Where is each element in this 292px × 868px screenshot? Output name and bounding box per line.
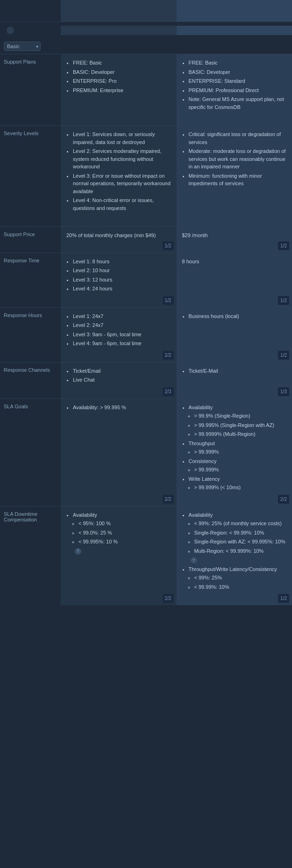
row-label: Support Price: [0, 227, 61, 253]
score-badge: 1/3: [278, 387, 289, 396]
list-item: > 99.999%: [194, 448, 287, 456]
list-item: Availability> 99.9% (Single-Region)> 99.…: [189, 404, 287, 438]
row-cell-mongo: Level 1: 8 hoursLevel 2: 10 hourLevel 3:…: [61, 253, 177, 307]
cell-list: FREE: BasicBASIC: DeveloperENTERPRISE: P…: [66, 59, 171, 94]
list-item: Throughput/Write Latency/Consistency< 99…: [189, 565, 287, 591]
cell-list: FREE: BasicBASIC: DeveloperENTERPRISE: S…: [182, 59, 287, 111]
list-item: Business hours (local): [189, 312, 287, 320]
section-header-left: [0, 22, 61, 39]
list-item: PREMIUM: Enterprise: [73, 87, 171, 94]
section-score-cosmos: [177, 26, 292, 35]
section-header: [0, 22, 292, 39]
help-icon[interactable]: ?: [191, 557, 197, 564]
row-cell-mongo: Availability< 95%: 100 %< 99.0%: 25 %< 9…: [61, 506, 177, 606]
list-item: Level 2: 10 hour: [73, 267, 171, 275]
header-row: [0, 0, 292, 22]
list-item: BASIC: Developer: [189, 68, 287, 76]
cell-text-content: 20% of total monthly charges (min $49): [66, 231, 171, 239]
nested-sub-list: < 95%: 100 %< 99.0%: 25 %< 99.995%: 10 %: [73, 520, 171, 546]
cell-list: Level 1: 24x7Level 2: 24x7Level 3: 9am -…: [66, 312, 171, 347]
header-col-mongo: [61, 0, 177, 22]
list-item: Note: General MS Azure support plan, not…: [189, 95, 287, 111]
list-item: > 99.999% (< 10ms): [194, 484, 287, 492]
score-badge: 2/2: [163, 495, 174, 504]
list-item: Level 3: 12 hours: [73, 276, 171, 284]
list-item: Level 2: Services moderatley impaired, s…: [73, 147, 171, 171]
nested-sub-list: > 99.999%: [189, 448, 287, 456]
row-label: Response Channels: [0, 362, 61, 398]
nested-sub-list: < 99%: 25% (of monthly service costs)Sin…: [189, 520, 287, 555]
nested-sub-list: > 99.999% (< 10ms): [189, 484, 287, 492]
cell-text-content: 8 hours: [182, 258, 287, 266]
list-item: Single-Region: < 99.99%: 10%: [194, 529, 287, 537]
row-cell-mongo: Ticket/EmailLive Chat2/3: [61, 362, 177, 398]
list-item: ENTERPRISE: Pro: [73, 77, 171, 85]
cell-nested-list: Availability< 95%: 100 %< 99.0%: 25 %< 9…: [66, 511, 171, 555]
score-badge: 1/2: [278, 241, 289, 250]
list-item: Multi-Region: < 99.999%: 10%: [194, 547, 287, 555]
score-badge: 1/2: [278, 351, 289, 360]
table-row: SLA Downtime CompensationAvailability< 9…: [0, 506, 292, 606]
row-cell-cosmos: $29 /month1/2: [177, 227, 292, 253]
row-cell-mongo: 20% of total monthly charges (min $49)1/…: [61, 227, 177, 253]
list-item: BASIC: Developer: [73, 68, 171, 76]
row-cell-cosmos: Availability< 99%: 25% (of monthly servi…: [177, 506, 292, 606]
row-cell-cosmos: FREE: BasicBASIC: DeveloperENTERPRISE: S…: [177, 54, 292, 125]
filter-select[interactable]: Basic Developer Enterprise Premium: [4, 42, 41, 51]
list-item: < 99.99%: 10%: [194, 583, 287, 591]
list-item: Consistency> 99.999%: [189, 457, 287, 474]
list-item: Live Chat: [73, 376, 171, 384]
filter-wrapper[interactable]: Basic Developer Enterprise Premium: [4, 42, 41, 51]
list-item: Level 1: 24x7: [73, 312, 171, 320]
score-badge: 2/3: [163, 387, 174, 396]
list-item: > 99.995% (Single-Region with AZ): [194, 421, 287, 429]
row-label: Response Time: [0, 253, 61, 307]
score-badge: 1/2: [163, 296, 174, 305]
table-row: Support Price20% of total monthly charge…: [0, 226, 292, 253]
row-cell-cosmos: 8 hours1/2: [177, 253, 292, 307]
row-cell-cosmos: Ticket/E-Mail1/3: [177, 362, 292, 398]
list-item: < 95%: 100 %: [78, 520, 171, 528]
table-row: SLA GoalsAvailability: > 99.995 %2/2Avai…: [0, 398, 292, 506]
list-item: Level 3: Error or issue without impact o…: [73, 172, 171, 195]
list-item: ENTERPRISE: Standard: [189, 77, 287, 85]
section-info-icon[interactable]: [7, 27, 14, 34]
list-item: Single-Region with AZ: < 99.995%: 10%: [194, 538, 287, 546]
row-cell-mongo: Level 1: Services down, or seriously imp…: [61, 126, 177, 226]
cell-list: Ticket/EmailLive Chat: [66, 367, 171, 384]
table-row: Response HoursLevel 1: 24x7Level 2: 24x7…: [0, 307, 292, 362]
cell-nested-list: Availability< 99%: 25% (of monthly servi…: [182, 511, 287, 591]
list-item: Level 4: 24 hours: [73, 285, 171, 293]
help-icon[interactable]: ?: [75, 548, 81, 555]
list-item: < 99%: 25%: [194, 574, 287, 582]
score-badge: 2/2: [163, 594, 174, 603]
list-item: < 99.0%: 25 %: [78, 529, 171, 537]
row-cell-cosmos: Availability> 99.9% (Single-Region)> 99.…: [177, 399, 292, 506]
nested-sub-list: < 99%: 25%< 99.99%: 10%: [189, 574, 287, 591]
cell-text-content: $29 /month: [182, 231, 287, 239]
list-item: PREMIUM: Professional Direct: [189, 87, 287, 94]
cell-list: Ticket/E-Mail: [182, 367, 287, 375]
row-label: SLA Downtime Compensation: [0, 506, 61, 606]
cell-list: Critical: significant loss or degradatio…: [182, 130, 287, 188]
list-item: FREE: Basic: [189, 59, 287, 67]
list-item: Availability: > 99.995 %: [73, 404, 171, 412]
row-cell-mongo: Availability: > 99.995 %2/2: [61, 399, 177, 506]
list-item: > 99.999%: [194, 466, 287, 474]
cell-list: Level 1: 8 hoursLevel 2: 10 hourLevel 3:…: [66, 258, 171, 293]
nested-sub-list: > 99.999%: [189, 466, 287, 474]
score-badge: 1/2: [278, 296, 289, 305]
row-cell-mongo: Level 1: 24x7Level 2: 24x7Level 3: 9am -…: [61, 308, 177, 362]
score-badge: 1/2: [278, 594, 289, 603]
list-item: Minimum: functioning with minor impedime…: [189, 172, 287, 188]
filter-row: Basic Developer Enterprise Premium: [0, 39, 292, 54]
section-score-mongo: [61, 26, 177, 35]
nested-sub-list: > 99.9% (Single-Region)> 99.995% (Single…: [189, 412, 287, 438]
table-row: Response ChannelsTicket/EmailLive Chat2/…: [0, 362, 292, 398]
list-item: Moderate: moderate loss or degradation o…: [189, 147, 287, 171]
list-item: Level 4: Non-critical error or issues, q…: [73, 196, 171, 212]
list-item: < 99.995%: 10 %: [78, 538, 171, 546]
list-item: Availability< 95%: 100 %< 99.0%: 25 %< 9…: [73, 511, 171, 555]
score-badge: 2/2: [278, 495, 289, 504]
header-left-spacer: [0, 0, 61, 22]
